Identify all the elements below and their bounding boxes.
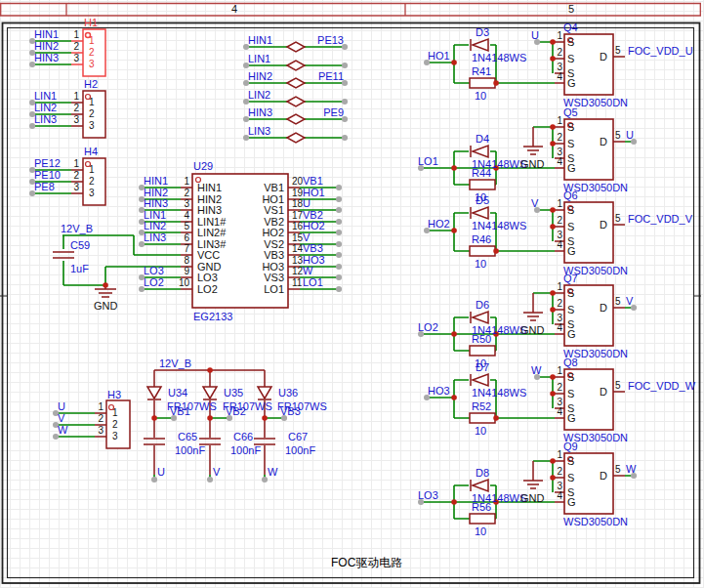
net-label[interactable]: HIN3 (248, 106, 272, 118)
c66-value[interactable]: 100nF (230, 444, 261, 456)
d8-designator[interactable]: D8 (476, 467, 489, 479)
c66-designator[interactable]: C66 (233, 431, 253, 442)
net-label[interactable]: W (303, 265, 312, 276)
net-label[interactable]: HIN3 (34, 52, 59, 63)
power-rail-label[interactable]: 12V_B (159, 357, 191, 369)
net-label[interactable]: PE13 (293, 34, 344, 46)
net-label[interactable]: HIN1 (248, 34, 272, 46)
net-label[interactable]: W (58, 424, 67, 436)
net-label[interactable]: VB2 (226, 405, 246, 417)
u34-designator[interactable]: U34 (168, 387, 187, 399)
q5-designator[interactable]: Q5 (563, 106, 578, 118)
u29-part-number[interactable]: EG2133 (193, 311, 232, 322)
net-label[interactable]: LO2 (144, 276, 164, 288)
r52-designator[interactable]: R52 (472, 400, 491, 412)
net-label[interactable]: PE9 (293, 106, 344, 118)
q8-designator[interactable]: Q8 (563, 357, 578, 368)
r56-designator[interactable]: R56 (472, 501, 491, 513)
net-label[interactable]: PE10 (34, 169, 61, 181)
c65-designator[interactable]: C65 (178, 431, 197, 442)
net-label[interactable]: W (268, 466, 277, 478)
q6-designator[interactable]: Q6 (563, 189, 578, 201)
net-label[interactable]: HIN1 (144, 175, 168, 187)
c59-designator[interactable]: C59 (70, 239, 90, 251)
r50-designator[interactable]: R50 (472, 333, 491, 345)
net-label[interactable]: VB3 (303, 242, 323, 254)
h3-designator[interactable]: H3 (107, 389, 121, 400)
net-label[interactable]: V (531, 197, 538, 209)
h1-designator[interactable]: H1 (84, 17, 98, 28)
net-label[interactable]: FOC_VDD_V (628, 213, 692, 225)
net-label[interactable]: U (58, 400, 65, 412)
gnd-label[interactable]: GND (520, 158, 544, 170)
net-label[interactable]: HO2 (428, 218, 450, 230)
c65-value[interactable]: 100nF (175, 444, 205, 456)
net-label[interactable]: LO3 (144, 265, 164, 276)
net-label[interactable]: LIN2 (34, 102, 57, 113)
u36-designator[interactable]: U36 (278, 387, 298, 399)
net-label[interactable]: LIN3 (144, 231, 166, 243)
net-label[interactable]: HO1 (428, 50, 450, 62)
q7-designator[interactable]: Q7 (563, 273, 578, 284)
net-label[interactable]: LO1 (303, 276, 323, 288)
q9-part[interactable]: WSD3050DN (563, 516, 628, 527)
net-label[interactable]: PE11 (293, 70, 344, 82)
gnd-label[interactable]: GND (94, 300, 117, 312)
r46-designator[interactable]: R46 (472, 233, 491, 245)
d3-designator[interactable]: D3 (476, 26, 489, 38)
u29-designator[interactable]: U29 (193, 160, 213, 172)
schematic-canvas[interactable]: 4 5 FOC驱动电路 H1 HIN1 HIN2 HIN3 1 2 3 1 2 … (0, 0, 704, 588)
net-label[interactable]: LO1 (418, 155, 438, 167)
net-label[interactable]: U (303, 197, 311, 209)
net-label[interactable]: LIN2 (144, 220, 166, 231)
gnd-label[interactable]: GND (520, 324, 544, 336)
net-label[interactable]: V (58, 412, 64, 424)
d5-designator[interactable]: D5 (476, 194, 489, 206)
net-label[interactable]: LIN3 (248, 125, 270, 137)
r41-value[interactable]: 10 (475, 90, 486, 102)
net-label[interactable]: VB1 (170, 405, 190, 417)
u35-designator[interactable]: U35 (224, 387, 243, 399)
power-rail-label[interactable]: 12V_B (61, 223, 93, 234)
q9-designator[interactable]: Q9 (563, 441, 578, 452)
d6-designator[interactable]: D6 (476, 299, 489, 311)
net-label[interactable]: LO3 (418, 489, 438, 501)
d3-part[interactable]: 1N4148WS (472, 52, 526, 63)
net-label[interactable]: LIN1 (248, 53, 270, 64)
r41-designator[interactable]: R41 (472, 65, 491, 77)
net-label[interactable]: LIN2 (248, 89, 270, 101)
c67-value[interactable]: 100nF (285, 444, 315, 456)
net-label[interactable]: U (531, 29, 539, 41)
net-label[interactable]: HO2 (303, 220, 325, 231)
q4-designator[interactable]: Q4 (563, 21, 578, 33)
gnd-label[interactable]: GND (520, 492, 544, 504)
r46-value[interactable]: 10 (475, 258, 486, 270)
net-label[interactable]: FOC_VDD_W (628, 380, 695, 392)
net-label[interactable]: HIN2 (34, 40, 59, 52)
r56-value[interactable]: 10 (475, 525, 486, 537)
c59-value[interactable]: 1uF (70, 263, 89, 274)
net-label[interactable]: U (157, 466, 165, 478)
net-label[interactable]: HO3 (428, 385, 450, 397)
h4-designator[interactable]: H4 (84, 146, 98, 157)
net-label[interactable]: W (626, 463, 636, 475)
net-label[interactable]: V (213, 466, 220, 478)
h2-designator[interactable]: H2 (84, 78, 98, 90)
net-label[interactable]: PE8 (34, 181, 55, 192)
c67-designator[interactable]: C67 (288, 431, 308, 442)
r52-value[interactable]: 10 (475, 425, 486, 437)
d7-part[interactable]: 1N4148WS (472, 387, 526, 399)
net-label[interactable]: V (626, 295, 633, 307)
net-label[interactable]: FOC_VDD_U (628, 45, 693, 57)
net-label[interactable]: VB1 (303, 175, 323, 187)
net-label[interactable]: HIN2 (248, 70, 272, 82)
net-label[interactable]: VB3 (280, 405, 301, 417)
net-label[interactable]: LIN1 (34, 90, 57, 102)
net-label[interactable]: LIN3 (34, 113, 57, 125)
d7-designator[interactable]: D7 (476, 361, 489, 373)
d5-part[interactable]: 1N4148WS (472, 220, 526, 231)
net-label[interactable]: W (531, 364, 541, 376)
net-label[interactable]: LO2 (418, 321, 438, 333)
d4-designator[interactable]: D4 (476, 133, 489, 145)
r44-designator[interactable]: R44 (472, 167, 491, 179)
